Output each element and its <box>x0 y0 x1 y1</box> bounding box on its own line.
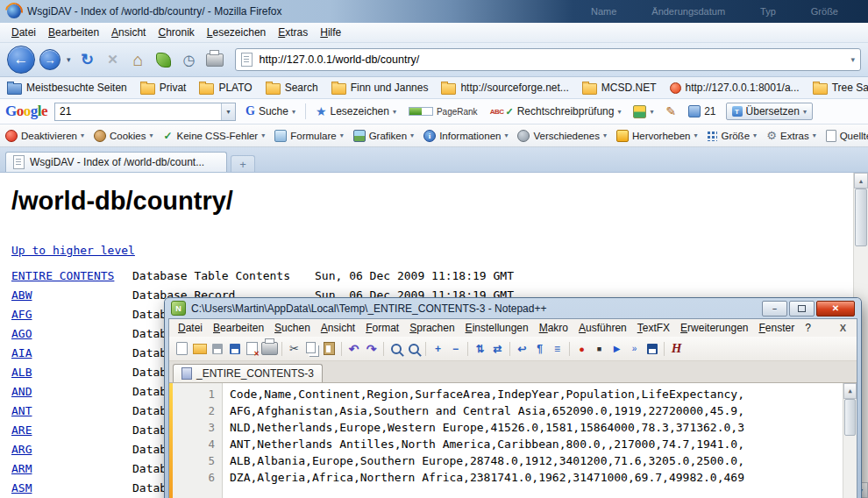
document-close-icon[interactable]: X <box>833 323 853 333</box>
back-button[interactable]: ← <box>7 46 35 74</box>
notepad-titlebar[interactable]: N C:\Users\Martin\AppData\Local\Temp\_EN… <box>168 298 857 318</box>
google-search-box[interactable]: ▼ <box>54 103 236 121</box>
replace-button[interactable] <box>405 340 422 358</box>
close-file-button[interactable] <box>244 340 260 358</box>
google-bookmarks-button[interactable]: ★Lesezeichen▾ <box>313 103 399 120</box>
dir-entry-link[interactable]: ARM <box>11 462 132 475</box>
pagerank-indicator[interactable]: PageRank <box>406 105 480 118</box>
forward-button[interactable]: → <box>39 49 60 70</box>
npp-menu-ansicht[interactable]: Ansicht <box>316 320 360 336</box>
new-tab-button[interactable]: + <box>231 155 255 172</box>
zoom-out-button[interactable]: − <box>447 340 464 358</box>
close-button[interactable]: ✕ <box>816 301 855 317</box>
bookmark-item[interactable]: Finn und Jannes <box>331 82 429 95</box>
open-file-button[interactable] <box>191 340 208 358</box>
menu-item-ansicht[interactable]: Ansicht <box>105 25 152 40</box>
webdev-images-menu[interactable]: Grafiken▾ <box>353 130 414 142</box>
dir-entry-link[interactable]: AFG <box>11 308 132 321</box>
webdev-information-menu[interactable]: iInformationen▾ <box>423 130 508 142</box>
npp-menu-einstellungen[interactable]: Einstellungen <box>460 320 534 336</box>
counter-button[interactable]: 21 <box>686 103 718 119</box>
stop-button[interactable]: ✕ <box>103 48 124 71</box>
paste-button[interactable] <box>321 340 338 358</box>
cut-button[interactable]: ✂ <box>286 340 302 358</box>
webdev-cookies-menu[interactable]: Cookies▾ <box>94 130 153 142</box>
history-clock-button[interactable]: ◷ <box>179 48 200 71</box>
dir-entry-link[interactable]: ARG <box>11 443 132 456</box>
bookmark-item[interactable]: http://sourceforge.net... <box>441 82 568 95</box>
refresh-button[interactable]: ↻ <box>77 48 98 71</box>
word-wrap-button[interactable]: ↩ <box>514 340 530 358</box>
npp-menu-bearbeiten[interactable]: Bearbeiten <box>208 320 269 336</box>
npp-menu-format[interactable]: Format <box>360 320 404 336</box>
dir-entry-link[interactable]: ARE <box>11 423 132 437</box>
bookmark-item[interactable]: Search <box>266 82 318 95</box>
show-symbols-button[interactable]: ¶ <box>531 340 548 358</box>
dir-entry-link[interactable]: ABW <box>11 288 132 302</box>
bookmark-item[interactable]: Tree Samples <box>813 82 868 95</box>
find-button[interactable] <box>388 340 404 358</box>
npp-menu-datei[interactable]: Datei <box>173 320 208 336</box>
print-button-npp[interactable] <box>261 340 278 358</box>
code-lines[interactable]: Code,Name,Continent,Region,SurfaceArea,I… <box>223 383 857 498</box>
menu-item-chronik[interactable]: Chronik <box>152 25 200 40</box>
up-to-higher-level-link[interactable]: Up to higher level <box>11 244 135 257</box>
webdev-outline-menu[interactable]: Hervorheben▾ <box>616 130 698 142</box>
bookmark-item[interactable]: MCSD.NET <box>582 82 657 95</box>
record-macro-button[interactable]: ● <box>573 340 590 358</box>
spellcheck-button[interactable]: ABC✓Rechtschreibprüfung▾ <box>487 103 624 119</box>
google-search-input[interactable] <box>55 104 221 119</box>
npp-menu-sprachen[interactable]: Sprachen <box>404 320 459 336</box>
save-button[interactable] <box>209 340 225 358</box>
editor-scrollbar[interactable]: ▲ <box>843 383 857 498</box>
save-macro-button[interactable] <box>644 340 660 358</box>
dir-entry-link[interactable]: ENTIRE CONTENTS <box>11 269 132 282</box>
google-search-button[interactable]: GSuche▾ <box>243 103 298 120</box>
scrollbar-thumb[interactable] <box>855 189 867 246</box>
scroll-up-icon[interactable]: ▲ <box>843 383 857 399</box>
gallery-button[interactable]: ▾ <box>630 103 656 120</box>
webdev-forms-menu[interactable]: Formulare▾ <box>274 130 343 142</box>
location-bar[interactable]: ▾ <box>235 48 861 71</box>
webdev-resize-menu[interactable]: Größe▾ <box>707 131 757 141</box>
tab-wsgidav[interactable]: WsgiDAV - Index of /world-db/count... <box>5 152 227 172</box>
webdev-css-menu[interactable]: ✓Keine CSS-Fehler▾ <box>163 131 266 141</box>
edit-button[interactable]: ✎ <box>663 103 679 120</box>
location-dropdown-icon[interactable]: ▾ <box>850 55 855 64</box>
run-macro-multiple-button[interactable]: » <box>626 340 643 358</box>
webdev-disable-menu[interactable]: Deaktivieren▾ <box>5 130 84 142</box>
sync-vertical-button[interactable]: ⇅ <box>472 340 488 358</box>
undo-button[interactable]: ↶ <box>345 340 362 358</box>
npp-menu-suchen[interactable]: Suchen <box>269 320 316 336</box>
dir-entry-link[interactable]: AND <box>11 385 132 398</box>
webdev-misc-menu[interactable]: Verschiedenes▾ <box>517 130 606 142</box>
new-file-button[interactable] <box>174 340 190 358</box>
search-history-dropdown-icon[interactable]: ▼ <box>221 103 235 120</box>
print-button[interactable] <box>204 48 225 71</box>
bookmark-item[interactable]: Meistbesuchte Seiten <box>7 82 127 95</box>
history-dropdown-icon[interactable]: ▾ <box>65 55 73 64</box>
npp-menu-textfx[interactable]: TextFX <box>632 320 675 336</box>
sync-horizontal-button[interactable]: ⇄ <box>489 340 506 358</box>
npp-menu-ausfuehren[interactable]: Ausführen <box>573 320 632 336</box>
bookmark-item[interactable]: http://127.0.0.1:8001/a... <box>670 82 800 94</box>
url-input[interactable] <box>258 50 846 69</box>
dir-entry-link[interactable]: ALB <box>11 366 132 379</box>
menu-item-lesezeichen[interactable]: Lesezeichen <box>201 25 272 40</box>
dir-entry-link[interactable]: AGO <box>11 327 132 340</box>
npp-menu-help[interactable]: ? <box>800 320 816 336</box>
webdev-tools-menu[interactable]: ⚙Extras▾ <box>766 131 816 141</box>
indent-guides-button[interactable]: ≡ <box>549 340 566 358</box>
translate-button[interactable]: TÜbersetzen▾ <box>726 103 813 120</box>
home-button[interactable]: ⌂ <box>128 48 149 71</box>
zoom-in-button[interactable]: + <box>430 340 446 358</box>
bookmark-item[interactable]: Privat <box>140 82 187 95</box>
firefox-titlebar[interactable]: WsgiDAV - Index of /world-db/country/ - … <box>0 0 868 23</box>
menu-item-hilfe[interactable]: Hilfe <box>314 25 347 40</box>
npp-menu-fenster[interactable]: Fenster <box>753 320 800 336</box>
maximize-button[interactable] <box>789 301 815 317</box>
textfx-button[interactable]: H <box>668 340 685 358</box>
editor-area[interactable]: 1 2 3 4 5 6 Code,Name,Continent,Region,S… <box>169 383 857 498</box>
redo-button[interactable]: ↷ <box>363 340 380 358</box>
scrollbar-thumb[interactable] <box>844 399 856 436</box>
